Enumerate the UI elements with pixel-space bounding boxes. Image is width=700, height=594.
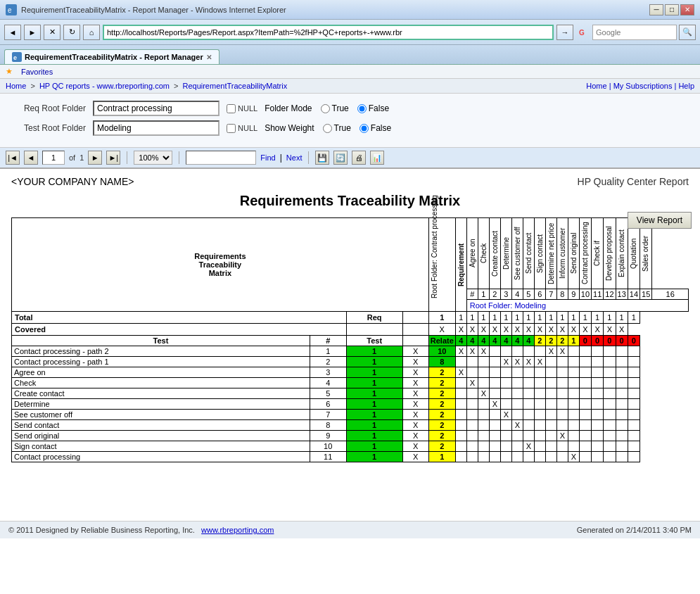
t3c4 (489, 367, 500, 378)
next-page-button[interactable]: ► (88, 151, 102, 165)
covered-c7: X (511, 324, 523, 336)
address-input[interactable] (103, 25, 554, 40)
root-folder-vertical-cell: Root Folder: Contract processing (428, 218, 455, 312)
send-contact-vertical-cell: Send contact (523, 218, 534, 289)
test-num-3: 3 (310, 367, 346, 378)
home-button[interactable]: ⌂ (83, 25, 100, 40)
google-logo: G (579, 27, 590, 38)
show-weight-true-label[interactable]: True (323, 123, 351, 133)
show-weight-false-label[interactable]: False (359, 123, 391, 133)
breadcrumb-hpqc[interactable]: HP QC reports - www.rbreporting.com (39, 82, 170, 90)
t9c1 (455, 431, 466, 441)
go-button[interactable]: → (556, 25, 573, 40)
breadcrumb-help[interactable]: Help (678, 82, 694, 90)
zoom-select[interactable]: 100% 75% 50% 150% (134, 151, 172, 165)
total-c12: 1 (579, 312, 591, 324)
t8c13 (592, 420, 604, 431)
refresh-icon[interactable]: 🔄 (333, 151, 348, 165)
col-10: 10 (579, 289, 591, 300)
test-root-input[interactable] (93, 120, 219, 136)
tab-close-button[interactable]: ✕ (206, 53, 212, 61)
show-weight-group: Show Weight True False (265, 123, 391, 133)
t10c4 (489, 441, 500, 452)
folder-mode-false-label[interactable]: False (357, 103, 389, 113)
stop-button[interactable]: ✕ (44, 25, 61, 40)
matrix-label-cell: RequirementsTraceabilityMatrix (12, 218, 429, 312)
page-number-input[interactable] (42, 151, 65, 165)
t10c6 (511, 441, 523, 452)
t11c2 (466, 452, 478, 462)
last-page-button[interactable]: ►| (106, 151, 120, 165)
active-tab[interactable]: e RequirementTraceabilityMatrix - Report… (4, 49, 219, 64)
t4c12 (579, 378, 591, 388)
t7c11 (568, 410, 579, 420)
t9c9 (545, 431, 556, 441)
t3c9 (545, 367, 556, 378)
back-button[interactable]: ◄ (4, 25, 21, 40)
determine-vertical-cell: Determine (500, 218, 511, 289)
toolbar-separator-1 (127, 151, 127, 164)
req-root-input[interactable] (93, 101, 219, 116)
t8c4 (489, 420, 500, 431)
quotation-vertical-cell: Quotation (628, 218, 639, 289)
relate-c2: 4 (466, 336, 478, 346)
folder-mode-false-radio[interactable] (357, 104, 367, 113)
folder-mode-true-radio[interactable] (321, 104, 330, 113)
prev-page-button[interactable]: ◄ (24, 151, 38, 165)
breadcrumb-subscriptions[interactable]: My Subscriptions (613, 82, 673, 90)
t6c13 (592, 399, 604, 410)
breadcrumb-matrix[interactable]: RequirementTraceabilityMatrix (182, 82, 287, 90)
test-x-4: X (402, 378, 428, 388)
google-search-input[interactable] (592, 25, 677, 40)
t8c9 (545, 420, 556, 431)
first-page-button[interactable]: |◄ (6, 151, 20, 165)
breadcrumb-home[interactable]: Home (6, 82, 26, 90)
req-null-checkbox[interactable] (227, 104, 236, 113)
test-total-1: 1 (346, 346, 402, 357)
find-input[interactable] (186, 151, 256, 165)
t5c14 (604, 388, 616, 399)
covered-c15: X (604, 324, 616, 336)
browser-tabs: e RequirementTraceabilityMatrix - Report… (0, 45, 700, 65)
t3c12 (579, 367, 591, 378)
total-c9: 1 (545, 312, 556, 324)
maximize-button[interactable]: □ (665, 4, 679, 15)
breadcrumb-home-right[interactable]: Home (586, 82, 606, 90)
t5c10 (556, 388, 568, 399)
google-search-button[interactable]: 🔍 (679, 25, 696, 40)
t4c4 (489, 378, 500, 388)
show-weight-true-radio[interactable] (323, 124, 332, 133)
test-null-checkbox[interactable] (227, 124, 236, 133)
t2c15 (616, 357, 628, 367)
send-original-vertical-cell: Send original (568, 218, 579, 289)
data-icon[interactable]: 📊 (370, 151, 384, 165)
test-row-5: Create contact 5 1 X 2 X (12, 388, 689, 399)
t7c10 (556, 410, 568, 420)
t3c8 (534, 367, 545, 378)
folder-mode-true-label[interactable]: True (321, 103, 349, 113)
t11c16 (628, 452, 639, 462)
t10c9 (545, 441, 556, 452)
close-button[interactable]: ✕ (680, 4, 694, 15)
t1c3: X (478, 346, 489, 357)
refresh-button[interactable]: ↻ (63, 25, 80, 40)
test-relate-9: 2 (428, 431, 455, 441)
find-next-button[interactable]: Next (286, 153, 303, 162)
export-icon[interactable]: 💾 (315, 151, 329, 165)
t4c5 (500, 378, 511, 388)
test-relate-2: 8 (428, 357, 455, 367)
company-header: <YOUR COMPANY NAME> HP Quality Center Re… (11, 176, 689, 187)
covered-c4: X (478, 324, 489, 336)
print-icon[interactable]: 🖨 (352, 151, 366, 165)
total-c2: 1 (466, 312, 478, 324)
params-wrapper: Req Root Folder NULL Folder Mode True Fa… (0, 94, 700, 148)
sales-order-vertical-cell: Sales order (640, 218, 652, 289)
t6c8 (534, 399, 545, 410)
footer-link[interactable]: www.rbreporting.com (201, 526, 274, 534)
forward-button[interactable]: ► (24, 25, 41, 40)
covered-c1: X (428, 324, 455, 336)
test-header: Test (12, 336, 310, 346)
minimize-button[interactable]: ─ (649, 4, 663, 15)
show-weight-false-radio[interactable] (359, 124, 369, 133)
t6c2 (466, 399, 478, 410)
